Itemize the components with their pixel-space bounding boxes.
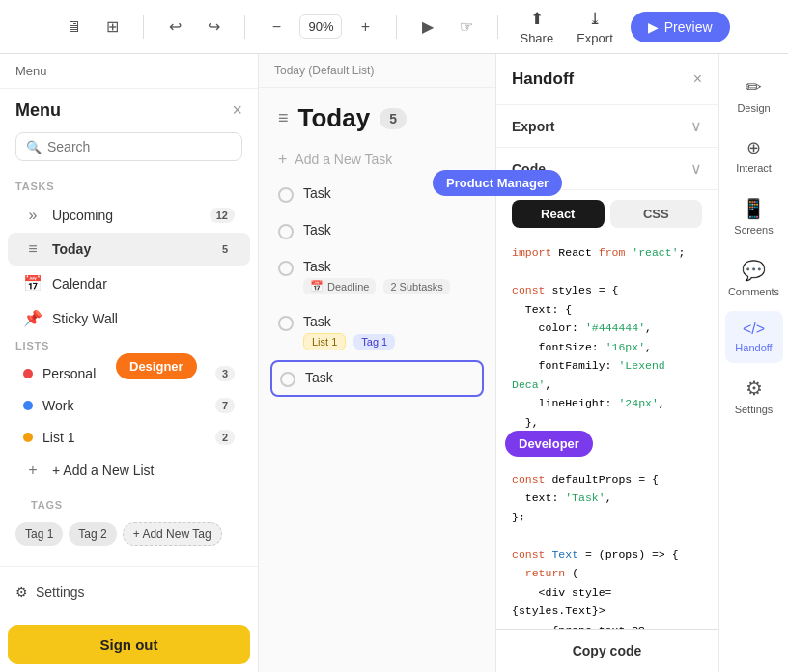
personal-dot: [23, 369, 33, 378]
share-icon: ⬆: [530, 9, 544, 29]
tags-section: TAGS Tag 1 Tag 2 + Add New Tag: [0, 499, 258, 546]
pencil-icon: ✏: [746, 75, 762, 98]
calendar-icon: 📅: [23, 274, 42, 293]
design-label: Design: [737, 102, 770, 114]
zoom-out-button[interactable]: −: [261, 12, 292, 42]
sticky-wall-icon: 📌: [23, 309, 42, 327]
today-menu-icon[interactable]: ≡: [278, 108, 289, 128]
list1-label: List 1: [42, 430, 206, 445]
add-list-label: + Add a New List: [52, 462, 235, 478]
sidebar-item-upcoming[interactable]: » Upcoming 12: [8, 199, 250, 232]
sep2: [244, 15, 245, 39]
task-checkbox[interactable]: [278, 261, 294, 276]
add-icon: +: [278, 151, 287, 168]
search-box: 🔍: [15, 132, 242, 161]
menu-header: Menu ×: [0, 89, 258, 128]
task-checkbox[interactable]: [278, 187, 294, 203]
left-panel: Menu Menu × 🔍 TASKS » Upcoming 12 ≡ Toda…: [0, 54, 259, 672]
add-list-button[interactable]: + + Add a New List: [8, 454, 250, 487]
sidebar-item-list1[interactable]: List 1 2: [8, 422, 250, 453]
handoff-rt-label: Handoff: [735, 342, 772, 353]
upcoming-icon: »: [23, 207, 42, 224]
settings-rt-button[interactable]: ⚙ Settings: [725, 367, 783, 425]
screens-button[interactable]: 📱 Screens: [725, 187, 783, 245]
designer-label: Designer: [116, 353, 197, 379]
export-section[interactable]: Export ∨: [496, 105, 718, 148]
today-icon: ≡: [23, 240, 42, 258]
task-item[interactable]: Task 📅 Deadline 2 Subtasks: [259, 249, 495, 304]
handoff-button[interactable]: </> Handoff: [725, 311, 783, 363]
code-line: fontSize: '16px',: [512, 338, 702, 357]
code-line: },: [512, 413, 702, 433]
add-list-icon: +: [23, 462, 42, 479]
list1-badge: 2: [215, 430, 235, 445]
task-checkbox[interactable]: [278, 224, 294, 239]
tablet-icon[interactable]: ⊞: [97, 12, 127, 42]
tag2-chip[interactable]: Tag 2: [69, 522, 116, 546]
code-line: lineHeight: '24px',: [512, 394, 702, 413]
upcoming-label: Upcoming: [52, 208, 200, 223]
middle-panel-header: Today (Default List): [259, 54, 495, 88]
upcoming-badge: 12: [210, 208, 235, 223]
comments-icon: 💬: [742, 259, 766, 282]
tags-section-label: TAGS: [15, 499, 242, 517]
task-meta: List 1 Tag 1: [303, 333, 476, 350]
sidebar-item-today[interactable]: ≡ Today 5: [8, 233, 250, 266]
task-item-active[interactable]: Task: [270, 360, 484, 397]
search-input[interactable]: [47, 139, 232, 154]
code-line: return (: [512, 564, 702, 583]
interact-icon: ⊕: [746, 137, 761, 158]
handoff-close-button[interactable]: ×: [693, 70, 702, 88]
zoom-level: 90%: [299, 14, 342, 39]
today-title: Today: [298, 103, 371, 133]
sidebar-item-calendar[interactable]: 📅 Calendar: [8, 266, 250, 300]
export-button[interactable]: ⤓ Export: [571, 5, 619, 49]
settings-item[interactable]: ⚙ Settings: [15, 578, 242, 605]
export-label: Export: [512, 119, 554, 134]
desktop-icon[interactable]: 🖥: [58, 12, 89, 42]
interact-button[interactable]: ⊕ Interact: [725, 127, 783, 183]
code-line: [512, 263, 702, 282]
sidebar-item-sticky-wall[interactable]: 📌 Sticky Wall: [8, 301, 250, 335]
work-label: Work: [42, 398, 206, 413]
task-label: Task: [303, 222, 476, 238]
menu-close-button[interactable]: ×: [232, 100, 242, 121]
record-button[interactable]: ☞: [451, 12, 482, 42]
task-content: Task: [305, 370, 474, 385]
handoff-title: Handoff: [512, 70, 574, 89]
calendar-label: Calendar: [52, 276, 235, 292]
comments-button[interactable]: 💬 Comments: [725, 249, 783, 307]
main-layout: Menu Menu × 🔍 TASKS » Upcoming 12 ≡ Toda…: [0, 54, 788, 672]
tag1-chip[interactable]: Tag 1: [15, 522, 63, 546]
zoom-in-button[interactable]: +: [350, 12, 380, 42]
sidebar-item-work[interactable]: Work 7: [8, 390, 250, 421]
tab-react[interactable]: React: [512, 200, 605, 228]
undo-button[interactable]: ↩: [159, 12, 190, 42]
redo-button[interactable]: ↪: [198, 12, 229, 42]
code-line: const defaultProps = {: [512, 470, 702, 490]
task-item[interactable]: Task List 1 Tag 1: [259, 304, 495, 360]
preview-button[interactable]: ▶ Preview: [631, 12, 730, 42]
deadline-chip: 📅 Deadline: [303, 278, 376, 294]
tag-chip-small: Tag 1: [353, 334, 395, 350]
sep4: [497, 15, 498, 39]
device-toggle-group: 🖥 ⊞: [58, 12, 127, 42]
code-line: color: '#444444',: [512, 319, 702, 338]
copy-code-button[interactable]: Copy code: [496, 629, 718, 672]
design-button[interactable]: ✏ Design: [725, 66, 783, 124]
task-item[interactable]: Task: [259, 212, 495, 249]
sign-out-button[interactable]: Sign out: [8, 625, 250, 664]
play-button[interactable]: ▶: [412, 12, 443, 42]
task-label: Task: [305, 370, 474, 385]
menu-title: Menu: [15, 100, 61, 121]
add-tag-button[interactable]: + Add New Tag: [123, 522, 222, 546]
task-checkbox[interactable]: [280, 372, 296, 387]
tab-css[interactable]: CSS: [610, 200, 703, 228]
gear-icon: ⚙: [746, 377, 763, 400]
history-group: ↩ ↪: [159, 12, 229, 42]
share-button[interactable]: ⬆ Share: [514, 5, 559, 49]
settings-area: ⚙ Settings: [0, 566, 258, 617]
task-checkbox[interactable]: [278, 316, 294, 331]
personal-badge: 3: [215, 366, 235, 381]
share-label: Share: [520, 31, 553, 45]
